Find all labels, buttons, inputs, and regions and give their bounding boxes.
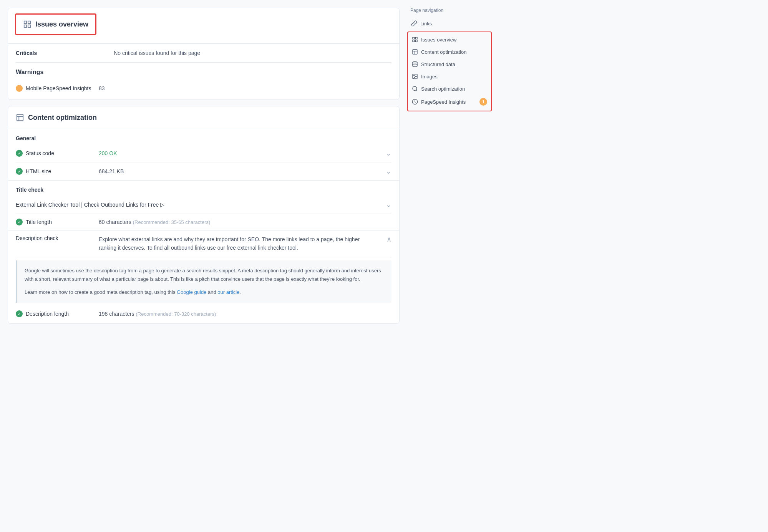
sidebar-issues-overview-label: Issues overview (421, 37, 456, 43)
title-length-value: 60 characters (Recommended: 35-65 charac… (99, 219, 391, 225)
status-code-row: ✓ Status code 200 OK ⌄ (16, 144, 391, 162)
html-size-label: ✓ HTML size (16, 168, 93, 175)
html-size-value: 684.21 KB (99, 168, 380, 174)
sidebar-search-opt-label: Search optimization (421, 86, 465, 92)
grid-icon (23, 20, 32, 28)
sidebar-nav-box: Issues overview Content optimization Str… (407, 31, 492, 111)
desc-expanded-box: Google will sometimes use the descriptio… (16, 260, 391, 303)
nav-links[interactable]: Links (407, 18, 492, 29)
desc-check-group: Description check Explore what external … (8, 230, 399, 323)
desc-length-ok-icon: ✓ (16, 310, 23, 317)
sidebar-content-opt-label: Content optimization (421, 49, 467, 55)
mobile-pagespeed-value: 83 (99, 85, 391, 91)
pagespeed-badge: 1 (479, 98, 487, 106)
content-opt-nav-icon (412, 49, 418, 55)
title-check-value-row: External Link Checker Tool | Check Outbo… (16, 196, 391, 214)
warning-icon (16, 85, 23, 92)
criticals-row: Criticals No critical issues found for t… (8, 44, 399, 62)
html-size-ok-icon: ✓ (16, 168, 23, 175)
issues-overview-header: Issues overview (15, 13, 96, 35)
issues-overview-title: Issues overview (35, 20, 88, 28)
svg-rect-10 (415, 40, 417, 42)
html-size-expand[interactable]: ⌄ (386, 167, 391, 176)
structured-data-nav-icon (412, 61, 418, 67)
svg-point-17 (413, 86, 417, 91)
title-length-ok-icon: ✓ (16, 219, 23, 225)
desc-expanded-text2: Learn more on how to create a good meta … (25, 288, 384, 297)
search-opt-nav-icon (412, 86, 418, 92)
status-code-label: ✓ Status code (16, 150, 93, 157)
status-code-expand[interactable]: ⌄ (386, 149, 391, 157)
criticals-label: Criticals (16, 50, 37, 56)
title-check-group: Title check External Link Checker Tool |… (8, 181, 399, 230)
svg-line-18 (416, 90, 417, 91)
title-length-rec: (Recommended: 35-65 characters) (133, 219, 211, 225)
images-nav-icon (412, 73, 418, 80)
title-check-label: Title check (16, 181, 391, 196)
title-check-value-label: External Link Checker Tool | Check Outbo… (16, 202, 380, 208)
pagespeed-nav-icon (412, 99, 418, 105)
html-size-row: ✓ HTML size 684.21 KB ⌄ (16, 162, 391, 180)
status-ok-icon: ✓ (16, 150, 23, 157)
issues-overview-nav-icon (412, 36, 418, 43)
content-optimization-section: Content optimization General ✓ Status co… (8, 106, 400, 324)
desc-check-value: Explore what external links are and why … (99, 235, 380, 252)
warnings-row-label: Mobile PageSpeed Insights (16, 85, 93, 92)
sidebar-item-content-optimization[interactable]: Content optimization (408, 46, 491, 58)
svg-rect-4 (17, 114, 23, 121)
svg-rect-0 (24, 21, 27, 23)
desc-length-label: ✓ Description length (16, 310, 93, 317)
warnings-row: Mobile PageSpeed Insights 83 (16, 80, 391, 96)
sidebar-item-structured-data[interactable]: Structured data (408, 58, 491, 70)
layout-icon (16, 113, 24, 122)
svg-rect-8 (415, 37, 417, 39)
criticals-value: No critical issues found for this page (114, 50, 200, 56)
svg-rect-2 (24, 25, 27, 27)
title-length-label: ✓ Title length (16, 219, 93, 225)
status-code-value: 200 OK (99, 150, 380, 156)
desc-length-value: 198 characters (Recommended: 70-320 char… (99, 311, 391, 317)
links-label: Links (420, 21, 432, 27)
sidebar-structured-data-label: Structured data (421, 61, 455, 67)
warnings-section: Warnings Mobile PageSpeed Insights 83 (8, 63, 399, 99)
title-check-expand[interactable]: ⌄ (386, 201, 391, 209)
desc-check-row: Description check Explore what external … (16, 230, 391, 257)
our-article-link[interactable]: our article (217, 289, 239, 295)
svg-rect-7 (413, 37, 415, 39)
title-length-row: ✓ Title length 60 characters (Recommende… (16, 214, 391, 230)
desc-check-collapse[interactable]: ∧ (386, 235, 391, 244)
sidebar-item-issues-overview[interactable]: Issues overview (408, 34, 491, 45)
content-optimization-title: Content optimization (28, 114, 97, 122)
link-icon (411, 20, 417, 27)
desc-length-row: ✓ Description length 198 characters (Rec… (16, 306, 391, 323)
warnings-title: Warnings (16, 69, 391, 76)
desc-check-label: Description check (16, 235, 93, 241)
desc-expanded-text1: Google will sometimes use the descriptio… (25, 267, 384, 283)
mobile-pagespeed-label: Mobile PageSpeed Insights (26, 85, 91, 91)
svg-point-16 (414, 75, 415, 76)
sidebar-item-pagespeed[interactable]: PageSpeed Insights 1 (408, 95, 491, 108)
issues-overview-section: Issues overview Criticals No critical is… (8, 8, 400, 100)
main-content: Issues overview Criticals No critical is… (8, 8, 400, 524)
desc-length-rec: (Recommended: 70-320 characters) (136, 311, 216, 317)
sidebar-images-label: Images (421, 74, 438, 80)
svg-rect-9 (413, 40, 415, 42)
svg-rect-1 (28, 21, 30, 23)
svg-rect-3 (28, 25, 30, 27)
svg-point-14 (413, 61, 417, 63)
general-group: General ✓ Status code 200 OK ⌄ ✓ HTML si… (8, 129, 399, 180)
google-guide-link[interactable]: Google guide (177, 289, 206, 295)
page-nav-title: Page navigation (407, 8, 492, 13)
content-optimization-header: Content optimization (8, 106, 399, 129)
sidebar-pagespeed-label: PageSpeed Insights (421, 99, 466, 105)
sidebar-item-images[interactable]: Images (408, 71, 491, 82)
sidebar: Page navigation Links Issues overview (407, 8, 492, 524)
general-label: General (16, 129, 391, 144)
sidebar-item-search-optimization[interactable]: Search optimization (408, 83, 491, 94)
svg-rect-11 (413, 50, 417, 54)
